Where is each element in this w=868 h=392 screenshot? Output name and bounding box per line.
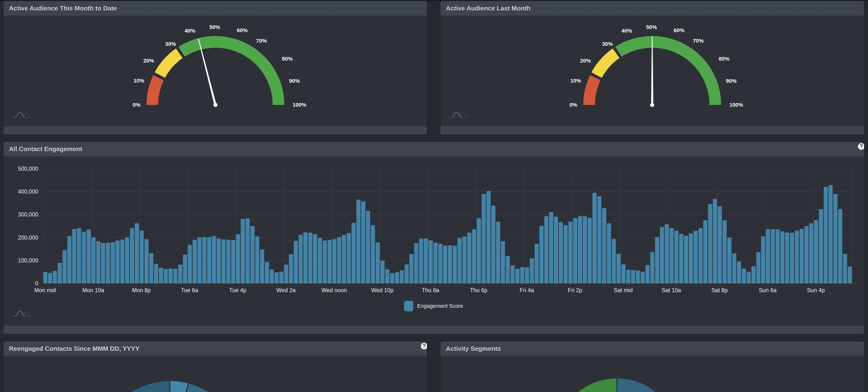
svg-text:Fri 2p: Fri 2p xyxy=(568,287,582,293)
svg-text:0: 0 xyxy=(35,280,38,287)
svg-text:400,000: 400,000 xyxy=(18,189,38,195)
svg-text:500,000: 500,000 xyxy=(18,166,38,172)
svg-text:Wed 2a: Wed 2a xyxy=(276,287,296,293)
svg-text:Sun 4p: Sun 4p xyxy=(807,287,825,293)
svg-text:Sat 8p: Sat 8p xyxy=(711,287,727,293)
svg-text:Thu 8a: Thu 8a xyxy=(422,287,439,293)
svg-text:Thu 6p: Thu 6p xyxy=(470,287,487,293)
svg-text:300,000: 300,000 xyxy=(18,211,38,218)
svg-text:Sat 10a: Sat 10a xyxy=(661,287,681,293)
svg-text:Tue 6a: Tue 6a xyxy=(181,287,198,293)
svg-text:Engagement Score: Engagement Score xyxy=(417,303,463,309)
svg-text:Mon mid: Mon mid xyxy=(34,287,56,293)
svg-text:Sat mid: Sat mid xyxy=(614,287,632,293)
svg-text:Tue 4p: Tue 4p xyxy=(229,287,246,293)
svg-text:Wed 10p: Wed 10p xyxy=(371,287,394,293)
svg-text:Fri 4a: Fri 4a xyxy=(520,287,534,293)
svg-text:Wed noon: Wed noon xyxy=(321,287,347,293)
svg-text:Mon 8p: Mon 8p xyxy=(132,287,151,293)
svg-text:100,000: 100,000 xyxy=(18,257,38,264)
svg-text:Mon 10a: Mon 10a xyxy=(82,287,104,293)
svg-text:200,000: 200,000 xyxy=(18,234,38,241)
svg-text:Sun 6a: Sun 6a xyxy=(759,287,777,293)
